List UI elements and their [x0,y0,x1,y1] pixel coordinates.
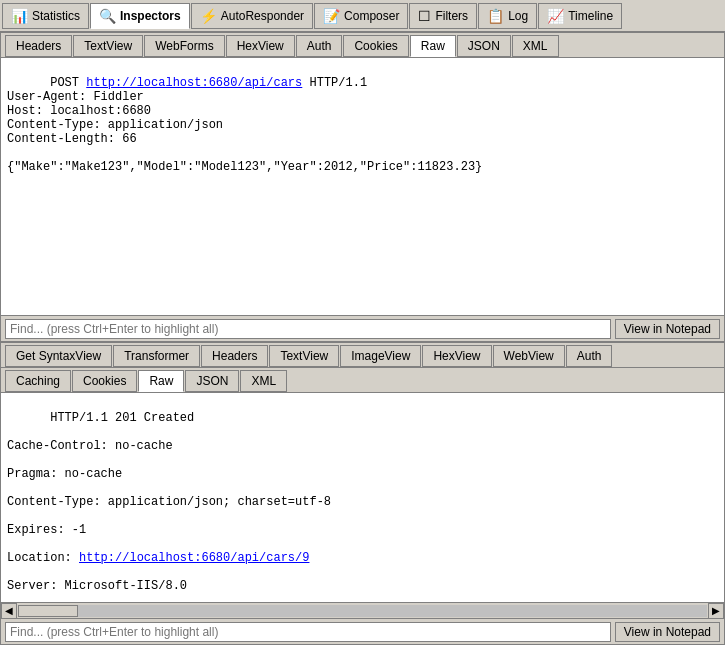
top-sub-tabs: Headers TextView WebForms HexView Auth C… [1,33,724,58]
bottom-line4: Content-Type: application/json; charset=… [7,495,331,509]
top-find-input[interactable] [5,319,611,339]
hscroll-right-button[interactable]: ▶ [708,603,724,619]
top-content[interactable]: POST http://localhost:6680/api/cars HTTP… [1,58,724,315]
top-tab-raw[interactable]: Raw [410,35,456,57]
top-content-prefix: POST [50,76,86,90]
top-tab-xml[interactable]: XML [512,35,559,57]
tab-autoresponder[interactable]: ⚡ AutoResponder [191,3,313,29]
bottom-panel: Get SyntaxView Transformer Headers TextV… [0,342,725,645]
top-view-notepad-button[interactable]: View in Notepad [615,319,720,339]
bottom-tab-cookies[interactable]: Cookies [72,370,137,392]
top-find-bar: View in Notepad [1,315,724,341]
bottom-line6-prefix: Location: [7,551,79,565]
hscroll-left-button[interactable]: ◀ [1,603,17,619]
bottom-tab-get-syntaxview[interactable]: Get SyntaxView [5,345,112,367]
log-icon: 📋 [487,8,504,24]
statistics-icon: 📊 [11,8,28,24]
tab-inspectors[interactable]: 🔍 Inspectors [90,3,190,29]
composer-icon: 📝 [323,8,340,24]
bottom-hscroll: ◀ ▶ [1,602,724,618]
top-tab-webforms[interactable]: WebForms [144,35,224,57]
bottom-find-input[interactable] [5,622,611,642]
main-container: Headers TextView WebForms HexView Auth C… [0,32,725,645]
bottom-find-bar: View in Notepad [1,618,724,644]
bottom-tab-imageview[interactable]: ImageView [340,345,421,367]
bottom-content-url[interactable]: http://localhost:6680/api/cars/9 [79,551,309,565]
timeline-icon: 📈 [547,8,564,24]
top-tab-cookies[interactable]: Cookies [343,35,408,57]
filters-icon: ☐ [418,8,431,24]
top-tab-auth[interactable]: Auth [296,35,343,57]
top-tab-json[interactable]: JSON [457,35,511,57]
bottom-tab-transformer[interactable]: Transformer [113,345,200,367]
bottom-line5: Expires: -1 [7,523,86,537]
tab-filters[interactable]: ☐ Filters [409,3,477,29]
bottom-line1: HTTP/1.1 201 Created [50,411,194,425]
hscroll-track[interactable] [18,605,707,617]
top-tab-hexview[interactable]: HexView [226,35,295,57]
bottom-line3: Pragma: no-cache [7,467,122,481]
bottom-tab-auth[interactable]: Auth [566,345,613,367]
tab-statistics[interactable]: 📊 Statistics [2,3,89,29]
bottom-tab-xml[interactable]: XML [240,370,287,392]
top-content-suffix: HTTP/1.1 User-Agent: Fiddler Host: local… [7,76,482,174]
top-content-url[interactable]: http://localhost:6680/api/cars [86,76,302,90]
tab-log[interactable]: 📋 Log [478,3,537,29]
bottom-view-notepad-button[interactable]: View in Notepad [615,622,720,642]
hscroll-thumb[interactable] [18,605,78,617]
bottom-tab-caching[interactable]: Caching [5,370,71,392]
bottom-tab-textview[interactable]: TextView [269,345,339,367]
bottom-line7: Server: Microsoft-IIS/8.0 [7,579,187,593]
inspectors-icon: 🔍 [99,8,116,24]
tab-composer[interactable]: 📝 Composer [314,3,408,29]
top-tab-textview[interactable]: TextView [73,35,143,57]
bottom-line2: Cache-Control: no-cache [7,439,173,453]
bottom-sub-tabs-row1: Get SyntaxView Transformer Headers TextV… [1,343,724,368]
bottom-content[interactable]: HTTP/1.1 201 Created Cache-Control: no-c… [1,393,724,602]
bottom-tab-webview[interactable]: WebView [493,345,565,367]
top-tab-headers[interactable]: Headers [5,35,72,57]
bottom-tab-hexview[interactable]: HexView [422,345,491,367]
bottom-tab-headers[interactable]: Headers [201,345,268,367]
top-panel: Headers TextView WebForms HexView Auth C… [0,32,725,342]
main-toolbar: 📊 Statistics 🔍 Inspectors ⚡ AutoResponde… [0,0,725,32]
bottom-tab-json[interactable]: JSON [185,370,239,392]
bottom-sub-tabs-row2: Caching Cookies Raw JSON XML [1,368,724,393]
bottom-tab-raw[interactable]: Raw [138,370,184,392]
autoresponder-icon: ⚡ [200,8,217,24]
tab-timeline[interactable]: 📈 Timeline [538,3,622,29]
